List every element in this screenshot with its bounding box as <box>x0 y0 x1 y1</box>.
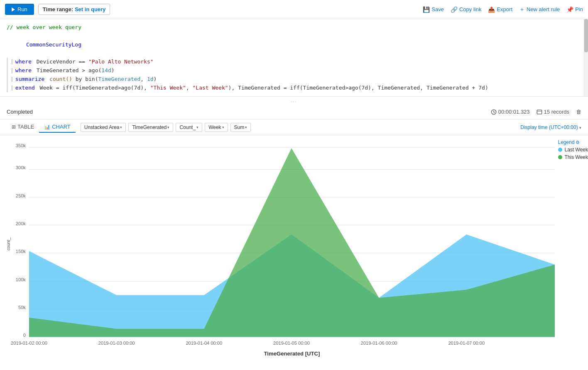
query-1d-param: 1d <box>147 75 154 84</box>
query-line-2: CommonSecurityLog <box>7 32 581 58</box>
query-time-generated: TimeGenerated > ago( <box>33 66 101 75</box>
time-range-button[interactable]: Time range: Set in query <box>38 4 110 15</box>
chart-label: CHART <box>52 124 71 130</box>
svg-line-2 <box>494 112 495 112</box>
clock-icon: 00:00:01.323 <box>491 109 530 115</box>
aggregation-dropdown[interactable]: Sum ▾ <box>230 123 251 132</box>
legend-last-week: Last Week <box>558 147 588 153</box>
save-icon: 💾 <box>423 6 430 13</box>
query-editor[interactable]: // week over week query CommonSecurityLo… <box>0 19 588 97</box>
svg-text:2019-01-02 00:00: 2019-01-02 00:00 <box>11 341 47 346</box>
last-week-dot <box>558 148 562 152</box>
pipe-2: | <box>7 66 14 75</box>
svg-text:150k: 150k <box>16 249 26 254</box>
run-label: Run <box>17 6 27 12</box>
query-line-6: | extend Week = iff(TimeGenerated>ago(7d… <box>7 84 581 92</box>
pin-icon: 📌 <box>566 6 573 13</box>
chart-controls: Unstacked Area ▾ TimeGenerated ▾ Count_ … <box>81 123 251 132</box>
x-axis-label: TimeGenerated <box>132 124 167 130</box>
svg-text:TimeGenerated [UTC]: TimeGenerated [UTC] <box>264 351 320 357</box>
status-bar: Completed 00:00:01.323 15 records 🗑 <box>0 105 588 119</box>
plus-icon: ＋ <box>519 6 525 13</box>
legend-title-text: Legend <box>558 139 575 145</box>
svg-rect-3 <box>537 110 541 114</box>
svg-text:2019-01-04 00:00: 2019-01-04 00:00 <box>186 341 222 346</box>
query-close-paren-2: ) <box>154 75 157 84</box>
display-time-label: Display time (UTC+00:00) <box>520 124 578 130</box>
time-range-value: Set in query <box>75 6 105 12</box>
drag-handle[interactable]: ... <box>0 97 588 105</box>
records-icon: 15 records <box>537 109 569 115</box>
table-tab[interactable]: ⊞ TABLE <box>7 122 39 133</box>
scrollbar-track[interactable] <box>584 19 588 96</box>
run-button[interactable]: Run <box>5 4 34 15</box>
query-line-4: | where TimeGenerated > ago( 14d ) <box>7 66 581 75</box>
copy-link-label: Copy link <box>459 6 481 12</box>
export-label: Export <box>497 6 512 12</box>
split-dropdown[interactable]: Week ▾ <box>205 123 228 132</box>
table-label: TABLE <box>17 124 34 130</box>
view-tabs: ⊞ TABLE 📊 CHART Unstacked Area ▾ TimeGen… <box>7 122 251 133</box>
query-by: by bin( <box>72 75 98 84</box>
chevron-down-icon-2: ▾ <box>167 125 169 129</box>
legend-this-week: This Week <box>558 154 588 160</box>
last-week-label: Last Week <box>565 147 588 153</box>
query-extend-content: Week = iff(TimeGenerated>ago(7d), "This … <box>37 84 488 92</box>
chart-icon: 📊 <box>44 124 50 130</box>
pipe-1: | <box>7 58 14 66</box>
legend-title[interactable]: Legend ⚙ <box>558 139 588 145</box>
svg-text:2019-01-03 00:00: 2019-01-03 00:00 <box>98 341 135 346</box>
chart-type-dropdown[interactable]: Unstacked Area ▾ <box>81 123 126 132</box>
chart-svg: 0 50k 100k 150k 200k 250k 300k 350k coun… <box>29 144 555 341</box>
chart-tab[interactable]: 📊 CHART <box>39 122 76 133</box>
save-action[interactable]: 💾 Save <box>423 6 444 13</box>
query-comma: , <box>140 75 147 84</box>
split-label: Week <box>208 124 221 130</box>
play-icon <box>12 7 15 12</box>
query-close-paren-1: ) <box>111 66 115 75</box>
pipe-4: | <box>7 84 14 92</box>
svg-text:2019-01-06 00:00: 2019-01-06 00:00 <box>361 341 397 346</box>
query-extend: extend <box>15 84 35 92</box>
pipe-3: | <box>7 75 14 84</box>
x-axis-dropdown[interactable]: TimeGenerated ▾ <box>128 123 173 132</box>
table-icon: ⊞ <box>12 124 16 130</box>
query-where-2: where <box>15 66 32 75</box>
query-count-func: count() <box>46 75 72 84</box>
status-time: 00:00:01.323 <box>498 109 530 115</box>
svg-text:2019-01-07 00:00: 2019-01-07 00:00 <box>448 341 485 346</box>
toolbar-right: 💾 Save 🔗 Copy link 📤 Export ＋ New alert … <box>423 6 583 13</box>
this-week-label: This Week <box>565 154 588 160</box>
new-alert-action[interactable]: ＋ New alert rule <box>519 6 560 13</box>
query-line-1: // week over week query <box>7 23 581 32</box>
query-param-14d: 14d <box>101 66 111 75</box>
svg-text:100k: 100k <box>16 278 26 282</box>
query-device-vendor: DeviceVendor == <box>33 58 88 66</box>
delete-icon[interactable]: 🗑 <box>576 109 581 115</box>
chevron-down-icon-3: ▾ <box>196 125 198 129</box>
time-range-prefix: Time range: <box>43 6 73 12</box>
query-line-3: | where DeviceVendor == "Palo Alto Netwo… <box>7 58 581 66</box>
toolbar: Run Time range: Set in query 💾 Save 🔗 Co… <box>0 0 588 19</box>
view-controls: ⊞ TABLE 📊 CHART Unstacked Area ▾ TimeGen… <box>0 119 588 135</box>
new-alert-label: New alert rule <box>527 6 560 12</box>
main-content: // week over week query CommonSecurityLo… <box>0 19 588 370</box>
copy-link-action[interactable]: 🔗 Copy link <box>451 6 481 13</box>
status-records: 15 records <box>544 109 569 115</box>
svg-text:350k: 350k <box>16 144 26 148</box>
query-line-5: | summarize count() by bin( TimeGenerate… <box>7 75 581 84</box>
pin-action[interactable]: 📌 Pin <box>566 6 583 13</box>
y-axis-label: Count_ <box>179 124 196 130</box>
scrollbar-thumb[interactable] <box>584 19 588 52</box>
chevron-down-icon: ▾ <box>120 125 122 129</box>
query-time-gen-param: TimeGenerated <box>98 75 141 84</box>
export-action[interactable]: 📤 Export <box>488 6 512 13</box>
aggregation-label: Sum <box>234 124 245 130</box>
svg-text:2019-01-05 00:00: 2019-01-05 00:00 <box>273 341 310 346</box>
svg-text:250k: 250k <box>16 193 26 198</box>
chevron-down-icon-4: ▾ <box>222 125 224 129</box>
display-time-dropdown[interactable]: Display time (UTC+00:00) ▾ <box>520 124 581 130</box>
y-axis-dropdown[interactable]: Count_ ▾ <box>176 123 202 132</box>
query-table-name: CommonSecurityLog <box>26 41 81 48</box>
query-string-1: "Palo Alto Networks" <box>88 58 154 66</box>
